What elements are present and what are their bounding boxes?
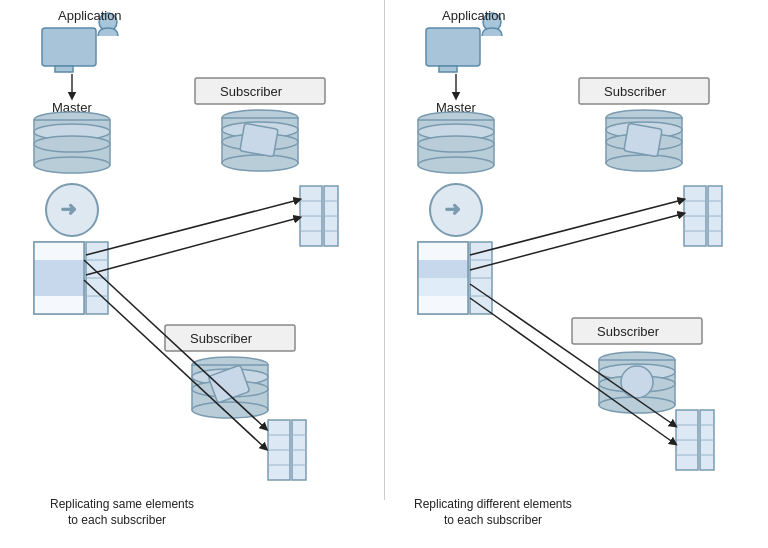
svg-rect-109 [599, 360, 675, 405]
svg-rect-1 [55, 66, 73, 72]
svg-point-46 [192, 402, 268, 418]
svg-rect-102 [708, 186, 722, 246]
svg-rect-81 [418, 242, 468, 260]
svg-rect-17 [34, 242, 84, 260]
svg-rect-114 [676, 410, 698, 470]
svg-rect-97 [624, 123, 662, 156]
svg-point-96 [606, 134, 682, 150]
svg-line-61 [84, 280, 265, 448]
svg-rect-34 [300, 186, 322, 246]
svg-rect-49 [208, 365, 250, 403]
svg-point-31 [222, 122, 298, 138]
svg-point-74 [418, 136, 494, 152]
svg-rect-29 [222, 118, 298, 163]
svg-text:Subscriber: Subscriber [220, 84, 283, 99]
svg-point-95 [606, 122, 682, 138]
svg-point-8 [34, 157, 110, 173]
svg-point-30 [222, 155, 298, 171]
svg-rect-77 [418, 242, 468, 314]
svg-point-108 [599, 352, 675, 368]
svg-rect-33 [240, 123, 278, 156]
svg-rect-86 [470, 242, 492, 314]
svg-text:Application: Application [442, 8, 506, 23]
svg-rect-13 [34, 242, 84, 314]
svg-point-11 [46, 184, 98, 236]
svg-rect-98 [684, 186, 706, 246]
svg-text:Replicating same elements: Replicating same elements [50, 497, 194, 511]
svg-rect-0 [42, 28, 96, 66]
svg-point-9 [34, 124, 110, 140]
svg-point-113 [621, 366, 653, 398]
svg-text:Subscriber: Subscriber [597, 324, 660, 339]
svg-rect-45 [192, 365, 268, 410]
svg-line-58 [86, 200, 298, 255]
svg-rect-106 [572, 318, 702, 344]
svg-point-28 [222, 110, 298, 126]
svg-rect-118 [700, 410, 714, 470]
svg-line-123 [470, 214, 682, 270]
svg-rect-26 [195, 78, 325, 104]
svg-text:to each subscriber: to each subscriber [444, 513, 542, 527]
svg-rect-54 [292, 420, 306, 480]
svg-text:Master: Master [52, 100, 92, 115]
svg-rect-21 [34, 242, 84, 314]
svg-line-124 [470, 284, 674, 425]
svg-point-111 [599, 364, 675, 380]
svg-text:Subscriber: Subscriber [604, 84, 667, 99]
svg-point-94 [606, 155, 682, 171]
svg-point-48 [192, 381, 268, 397]
svg-rect-90 [579, 78, 709, 104]
svg-point-92 [606, 110, 682, 126]
svg-point-112 [599, 376, 675, 392]
svg-line-59 [86, 218, 298, 275]
svg-text:Master: Master [436, 100, 476, 115]
svg-rect-42 [165, 325, 295, 351]
svg-line-122 [470, 200, 682, 255]
svg-rect-85 [418, 242, 468, 314]
svg-rect-38 [324, 186, 338, 246]
svg-point-2 [99, 13, 117, 31]
svg-point-66 [483, 13, 501, 31]
svg-line-60 [84, 260, 265, 428]
svg-rect-18 [34, 260, 84, 278]
svg-text:Application: Application [58, 8, 122, 23]
svg-text:➜: ➜ [444, 198, 461, 220]
svg-text:to each subscriber: to each subscriber [68, 513, 166, 527]
svg-rect-84 [418, 296, 468, 314]
svg-rect-65 [439, 66, 457, 72]
svg-point-6 [34, 112, 110, 128]
svg-rect-64 [426, 28, 480, 66]
svg-rect-82 [418, 260, 468, 278]
svg-text:Subscriber: Subscriber [190, 331, 253, 346]
svg-point-72 [418, 157, 494, 173]
svg-point-75 [430, 184, 482, 236]
svg-rect-50 [268, 420, 290, 480]
svg-line-125 [470, 298, 674, 443]
svg-point-73 [418, 124, 494, 140]
svg-rect-93 [606, 118, 682, 163]
svg-point-47 [192, 369, 268, 385]
svg-point-44 [192, 357, 268, 373]
svg-rect-19 [34, 278, 84, 296]
svg-rect-83 [418, 278, 468, 296]
svg-rect-20 [34, 296, 84, 314]
svg-point-32 [222, 134, 298, 150]
svg-rect-7 [34, 120, 110, 165]
svg-point-110 [599, 397, 675, 413]
svg-rect-71 [418, 120, 494, 165]
svg-text:➜: ➜ [60, 198, 77, 220]
svg-rect-22 [86, 242, 108, 314]
svg-point-70 [418, 112, 494, 128]
svg-point-10 [34, 136, 110, 152]
svg-text:Replicating different elements: Replicating different elements [414, 497, 572, 511]
